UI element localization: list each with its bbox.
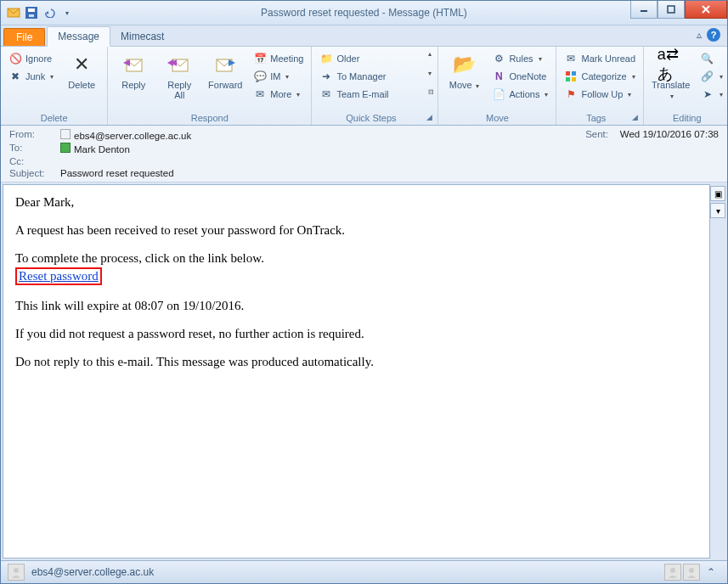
ribbon-minimize-icon[interactable]: ▵ [697, 29, 702, 41]
junk-icon: ✖ [8, 70, 22, 83]
qs-older-button[interactable]: 📁Older [315, 50, 425, 67]
svg-point-21 [670, 568, 675, 573]
im-label: IM [270, 71, 280, 81]
more-icon: ✉ [253, 87, 267, 101]
actions-button[interactable]: 📄Actions▾ [488, 86, 552, 103]
sent-value: Wed 19/10/2016 07:38 [608, 129, 719, 141]
rules-button[interactable]: ⚙Rules▾ [488, 50, 552, 67]
meeting-button[interactable]: 📅Meeting [249, 50, 308, 67]
people-pane-toggle[interactable]: ⌃ [702, 566, 720, 578]
body-line3: To complete the process, click on the li… [15, 251, 697, 266]
rules-label: Rules [509, 53, 533, 64]
onenote-label: OneNote [509, 71, 546, 81]
svg-rect-16 [566, 71, 570, 76]
people-pane-icon-2[interactable] [683, 564, 700, 581]
select-button[interactable]: ➤▾ [697, 86, 727, 103]
presence-icon [60, 129, 71, 139]
delete-button[interactable]: ✕ Delete [59, 48, 104, 93]
group-delete-label: Delete [41, 113, 68, 123]
reply-all-label: Reply All [167, 80, 191, 100]
quick-steps-launcher[interactable]: ◢ [426, 113, 434, 121]
body-line5: If you did not request a password reset,… [15, 327, 697, 341]
qs-up-icon[interactable]: ▴ [428, 50, 434, 58]
folder-icon: 📁 [319, 52, 333, 65]
forward-button[interactable]: Forward [203, 48, 247, 93]
actions-label: Actions [509, 89, 539, 99]
body-line2: A request has been received to reset you… [15, 223, 697, 238]
window-controls [630, 1, 727, 18]
svg-rect-6 [668, 6, 674, 13]
followup-label: Follow Up [581, 89, 623, 99]
message-tab[interactable]: Message [47, 26, 110, 47]
find-button[interactable]: 🔍 [697, 50, 727, 67]
meeting-label: Meeting [270, 53, 303, 64]
group-quick-label: Quick Steps [346, 113, 396, 123]
forward-icon [212, 51, 239, 78]
next-item-icon[interactable]: ▾ [710, 203, 725, 218]
im-button[interactable]: 💬IM▾ [249, 68, 308, 85]
meeting-icon: 📅 [253, 52, 267, 65]
reply-button[interactable]: Reply [111, 48, 155, 93]
qs-team-email-button[interactable]: ✉Team E-mail [315, 86, 425, 103]
sent-label: Sent: [574, 129, 608, 141]
subject-label: Subject: [9, 168, 60, 178]
maximize-button[interactable] [657, 1, 685, 19]
junk-button[interactable]: ✖Junk▾ [4, 68, 58, 85]
svg-rect-17 [572, 71, 576, 76]
qs-team-email-label: Team E-mail [336, 89, 388, 99]
svg-rect-2 [28, 8, 35, 12]
svg-rect-3 [29, 14, 34, 17]
followup-button[interactable]: ⚑Follow Up▾ [560, 86, 640, 103]
close-button[interactable] [685, 1, 727, 19]
qs-more-icon[interactable]: ⊟ [428, 88, 434, 96]
onenote-button[interactable]: NOneNote [488, 68, 552, 85]
undo-icon[interactable] [42, 5, 57, 20]
prev-item-icon[interactable]: ▣ [710, 186, 725, 201]
minimize-button[interactable] [630, 1, 657, 19]
titlebar: ▾ Password reset requested - Message (HT… [1, 1, 727, 25]
from-label: From: [9, 129, 60, 141]
svg-point-20 [14, 568, 19, 573]
group-tags: ✉Mark Unread Categorize▾ ⚑Follow Up▾ Tag… [556, 47, 644, 125]
find-icon: 🔍 [701, 52, 714, 65]
file-tab[interactable]: File [3, 28, 45, 46]
qs-down-icon[interactable]: ▾ [428, 70, 434, 77]
qs-older-label: Older [336, 53, 359, 64]
mark-unread-label: Mark Unread [581, 53, 635, 64]
save-icon[interactable] [24, 5, 39, 20]
ribbon-tabs: File Message Mimecast ▵ ? [1, 25, 727, 47]
reply-icon [120, 51, 147, 78]
rules-icon: ⚙ [492, 52, 505, 65]
select-icon: ➤ [701, 87, 714, 101]
group-respond-label: Respond [191, 113, 229, 123]
subject-value: Password reset requested [60, 168, 719, 178]
group-move-label: Move [486, 113, 509, 123]
reset-password-link[interactable]: Reset password [15, 267, 102, 285]
body-area: Dear Mark, A request has been received t… [1, 182, 727, 560]
translate-button[interactable]: a⇄あTranslate ▾ [647, 48, 694, 104]
qs-to-manager-button[interactable]: ➜To Manager [315, 68, 425, 85]
outlook-message-window: ▾ Password reset requested - Message (HT… [0, 0, 728, 584]
app-icon[interactable] [6, 5, 21, 20]
reply-label: Reply [121, 80, 145, 90]
more-respond-button[interactable]: ✉More▾ [249, 86, 308, 103]
svg-rect-18 [566, 77, 570, 81]
mark-unread-icon: ✉ [564, 52, 578, 65]
group-tags-label: Tags [586, 113, 606, 123]
move-button[interactable]: 📂Move ▾ [442, 48, 486, 94]
help-icon[interactable]: ? [707, 28, 720, 42]
people-pane-icon-1[interactable] [664, 564, 681, 581]
mark-unread-button[interactable]: ✉Mark Unread [560, 50, 640, 67]
group-respond: Reply Reply All Forward 📅Meeting 💬IM▾ ✉M… [108, 47, 312, 125]
qs-to-manager-label: To Manager [336, 71, 386, 81]
categorize-button[interactable]: Categorize▾ [560, 68, 640, 85]
qat-dropdown-icon[interactable]: ▾ [59, 5, 75, 20]
mimecast-tab[interactable]: Mimecast [110, 27, 174, 46]
reply-all-button[interactable]: Reply All [157, 48, 201, 103]
tags-launcher[interactable]: ◢ [632, 113, 640, 121]
categorize-label: Categorize [581, 71, 626, 81]
to-value: Mark Denton [74, 144, 130, 154]
related-button[interactable]: 🔗▾ [697, 68, 727, 85]
status-sender: ebs4@server.college.ac.uk [31, 566, 154, 578]
ignore-button[interactable]: 🚫Ignore [4, 50, 58, 67]
